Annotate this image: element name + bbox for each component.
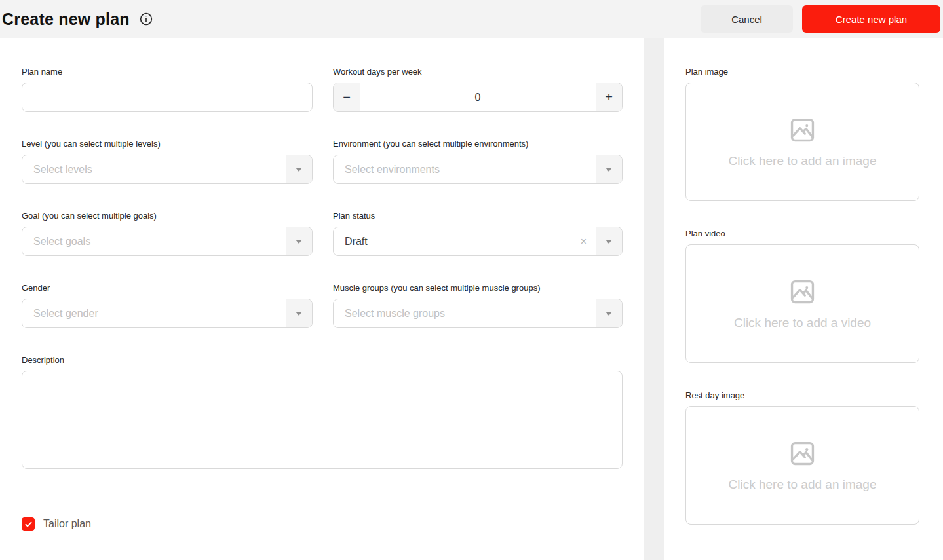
goal-placeholder: Select goals [33,236,90,248]
plan-image-label: Plan image [685,67,919,77]
chevron-down-icon [296,168,302,172]
environment-label: Environment (you can select multiple env… [333,139,623,149]
plan-image-group: Plan image Click here to add an image [685,67,919,201]
gender-caret[interactable] [286,299,312,327]
upload-hint: Click here to add an image [728,154,876,168]
muscle-groups-placeholder: Select muscle groups [345,308,445,320]
chevron-down-icon [296,240,302,244]
level-caret[interactable] [286,155,312,183]
environment-caret[interactable] [596,155,622,183]
form-panel: Plan name Workout days per week − 0 + Le… [0,38,644,560]
goal-caret[interactable] [286,227,312,255]
rest-day-image-group: Rest day image Click here to add an imag… [685,390,919,525]
chevron-down-icon [296,312,302,316]
gender-placeholder: Select gender [33,308,98,320]
goal-field: Goal (you can select multiple goals) Sel… [22,211,313,256]
gender-label: Gender [22,283,313,293]
tailor-plan-checkbox[interactable] [22,517,35,531]
plan-status-select[interactable]: Draft × [333,227,623,256]
gender-field: Gender Select gender [22,283,313,328]
environment-placeholder: Select environments [345,164,440,176]
create-new-plan-button[interactable]: Create new plan [802,5,940,33]
plan-name-label: Plan name [22,67,313,77]
plan-video-label: Plan video [685,229,919,238]
muscle-groups-field: Muscle groups (you can select multiple m… [333,283,623,328]
plan-video-group: Plan video Click here to add a video [685,229,919,363]
description-label: Description [22,355,623,365]
muscle-groups-select[interactable]: Select muscle groups [333,299,623,328]
level-field: Level (you can select multiple levels) S… [22,139,313,184]
minus-icon[interactable]: − [334,83,360,111]
media-panel: Plan image Click here to add an image Pl… [664,38,943,560]
gender-select[interactable]: Select gender [22,299,313,328]
chevron-down-icon [606,240,612,244]
tailor-plan-row: Tailor plan [22,517,623,531]
plus-icon[interactable]: + [596,83,622,111]
tailor-plan-label: Tailor plan [43,518,91,530]
description-field: Description [22,355,623,472]
rest-day-image-upload[interactable]: Click here to add an image [685,406,919,525]
info-circle-icon[interactable] [140,12,153,26]
image-icon [788,439,817,468]
image-icon [788,115,817,145]
plan-image-upload[interactable]: Click here to add an image [685,83,919,201]
form-grid: Plan name Workout days per week − 0 + Le… [22,67,623,328]
plan-status-value: Draft [345,236,368,248]
plan-status-label: Plan status [333,211,623,221]
workout-days-value[interactable]: 0 [360,83,596,111]
environment-select[interactable]: Select environments [333,155,623,184]
environment-field: Environment (you can select multiple env… [333,139,623,184]
goal-label: Goal (you can select multiple goals) [22,211,313,221]
chevron-down-icon [606,312,612,316]
workout-days-label: Workout days per week [333,67,623,77]
plan-name-field: Plan name [22,67,313,112]
cancel-button[interactable]: Cancel [701,5,793,33]
plan-status-field: Plan status Draft × [333,211,623,256]
page-title: Create new plan [2,10,130,29]
upload-hint: Click here to add a video [734,316,871,330]
rest-day-image-label: Rest day image [685,390,919,400]
upload-hint: Click here to add an image [728,477,876,492]
x-icon[interactable]: × [581,227,587,255]
level-placeholder: Select levels [33,164,92,176]
plan-video-upload[interactable]: Click here to add a video [685,244,919,363]
level-label: Level (you can select multiple levels) [22,139,313,149]
description-textarea[interactable] [22,371,623,469]
topbar: Create new plan Cancel Create new plan [0,0,943,38]
plan-status-caret[interactable] [596,227,622,255]
level-select[interactable]: Select levels [22,155,313,184]
plan-name-input[interactable] [22,83,313,112]
chevron-down-icon [606,168,612,172]
image-icon [788,277,817,307]
muscle-groups-label: Muscle groups (you can select multiple m… [333,283,623,293]
content: Plan name Workout days per week − 0 + Le… [0,38,943,560]
workout-days-field: Workout days per week − 0 + [333,67,623,112]
topbar-actions: Cancel Create new plan [701,5,940,33]
workout-days-stepper: − 0 + [333,83,623,112]
goal-select[interactable]: Select goals [22,227,313,256]
check-icon [24,520,33,529]
create-plan-page: Create new plan Cancel Create new plan P… [0,0,943,560]
muscle-groups-caret[interactable] [596,299,622,327]
